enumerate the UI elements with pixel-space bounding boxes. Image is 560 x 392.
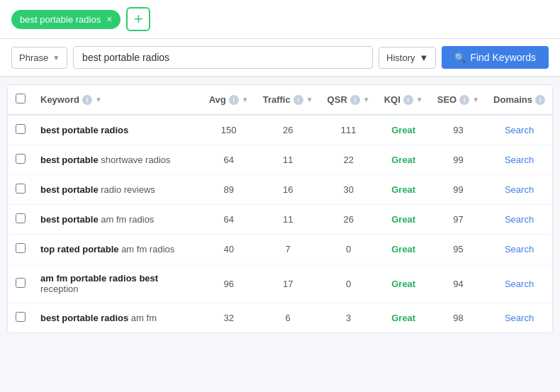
row-qsr-2: 30 [320,175,377,205]
col-seo-sort-icon[interactable]: ▼ [472,96,479,103]
row-search-4[interactable]: Search [486,235,552,264]
row-search-1[interactable]: Search [486,145,552,175]
row-traffic-6: 6 [256,303,320,333]
col-kqi-label: KQI [384,94,401,105]
search-link-2[interactable]: Search [505,184,534,195]
search-link-5[interactable]: Search [505,279,534,289]
col-avg-label: Avg [209,94,226,105]
row-avg-5: 96 [202,264,256,303]
search-link-6[interactable]: Search [505,313,534,323]
row-keyword-cell-5: am fm portable radios best reception [33,264,202,303]
keyword-normal-1: shortwave radios [99,155,171,165]
row-search-5[interactable]: Search [486,264,552,303]
row-seo-0: 93 [430,115,486,145]
row-kqi-4: Great [377,235,430,264]
col-keyword-label: Keyword [40,94,79,105]
phrase-dropdown[interactable]: Phrase ▼ [11,47,67,69]
row-checkbox-5[interactable] [16,278,26,288]
history-label: History [386,52,415,63]
tag-close-button[interactable]: × [106,14,112,24]
col-avg-info-icon[interactable]: i [229,95,239,105]
row-checkbox-cell [8,235,33,264]
row-keyword-cell-3: best portable am fm radios [33,205,202,235]
row-qsr-4: 0 [320,235,377,264]
kqi-badge-3: Great [391,214,415,225]
row-kqi-0: Great [377,115,430,145]
row-seo-2: 99 [430,175,486,205]
row-kqi-3: Great [377,205,430,235]
search-link-4[interactable]: Search [505,244,534,254]
table-row: am fm portable radios best reception 96 … [8,264,552,303]
row-traffic-1: 11 [256,145,320,175]
search-link-3[interactable]: Search [505,214,534,225]
col-qsr-label: QSR [327,94,347,105]
col-avg-sort-icon[interactable]: ▼ [242,96,249,103]
find-keywords-button[interactable]: 🔍 Find Keywords [442,46,549,69]
row-checkbox-cell [8,175,33,205]
col-keyword-sort-icon[interactable]: ▼ [95,96,102,103]
row-kqi-5: Great [377,264,430,303]
keyword-bold-4: top rated portable [40,244,119,254]
select-all-checkbox[interactable] [16,94,26,103]
search-link-1[interactable]: Search [505,155,534,165]
row-avg-4: 40 [202,235,256,264]
kqi-badge-2: Great [391,184,415,195]
row-checkbox-3[interactable] [16,213,26,223]
col-kqi-info-icon[interactable]: i [403,95,413,105]
keyword-normal-2: radio reviews [99,184,155,195]
table-row: best portable shortwave radios 64 11 22 … [8,145,552,175]
add-tag-button[interactable]: + [126,7,150,31]
row-kqi-2: Great [377,175,430,205]
th-keyword: Keyword i ▼ [33,85,202,115]
col-domains-info-icon[interactable]: i [535,95,545,105]
row-keyword-cell-4: top rated portable am fm radios [33,235,202,264]
row-avg-1: 64 [202,145,256,175]
col-qsr-info-icon[interactable]: i [350,95,360,105]
row-keyword-cell-0: best portable radios [33,115,202,145]
row-checkbox-2[interactable] [16,184,26,194]
table-row: best portable radio reviews 89 16 30 Gre… [8,175,552,205]
keyword-normal-5: reception [40,284,78,294]
keyword-bold-6: best portable radios [40,313,128,323]
keyword-normal-6: am fm [128,313,157,323]
kqi-badge-4: Great [391,244,415,254]
col-traffic-info-icon[interactable]: i [293,95,303,105]
col-qsr-sort-icon[interactable]: ▼ [363,96,370,103]
keyword-bold-5: am fm portable radios best [40,273,158,284]
keyword-normal-3: am fm radios [99,214,155,225]
th-qsr: QSR i ▼ [320,85,377,115]
col-traffic-sort-icon[interactable]: ▼ [306,96,313,103]
row-traffic-3: 11 [256,205,320,235]
kqi-badge-0: Great [391,125,415,135]
history-dropdown[interactable]: History ▼ [379,47,436,69]
row-qsr-3: 26 [320,205,377,235]
row-checkbox-6[interactable] [16,312,26,322]
col-kqi-sort-icon[interactable]: ▼ [416,96,423,103]
th-kqi: KQI i ▼ [377,85,430,115]
kqi-badge-5: Great [391,279,415,289]
row-checkbox-4[interactable] [16,243,26,253]
tag-chip[interactable]: best portable radios × [11,10,121,29]
row-avg-3: 64 [202,205,256,235]
row-search-6[interactable]: Search [486,303,552,333]
select-all-cell [8,85,33,115]
keyword-bold-3: best portable [40,214,99,225]
row-keyword-cell-6: best portable radios am fm [33,303,202,333]
col-keyword-info-icon[interactable]: i [82,95,92,105]
search-icon: 🔍 [454,52,466,63]
row-search-3[interactable]: Search [486,205,552,235]
search-link-0[interactable]: Search [505,125,534,135]
row-keyword-cell-1: best portable shortwave radios [33,145,202,175]
row-kqi-6: Great [377,303,430,333]
row-search-0[interactable]: Search [486,115,552,145]
row-checkbox-1[interactable] [16,154,26,164]
th-domains: Domains i [486,85,552,115]
keyword-bold-2: best portable [40,184,99,195]
keyword-search-input[interactable] [73,46,373,69]
row-checkbox-0[interactable] [16,124,26,134]
top-bar: best portable radios × + [0,0,560,39]
row-search-2[interactable]: Search [486,175,552,205]
table-row: best portable am fm radios 64 11 26 Grea… [8,205,552,235]
keywords-table: Keyword i ▼ Avg i ▼ Traffic i [8,85,552,332]
col-seo-info-icon[interactable]: i [459,95,469,105]
